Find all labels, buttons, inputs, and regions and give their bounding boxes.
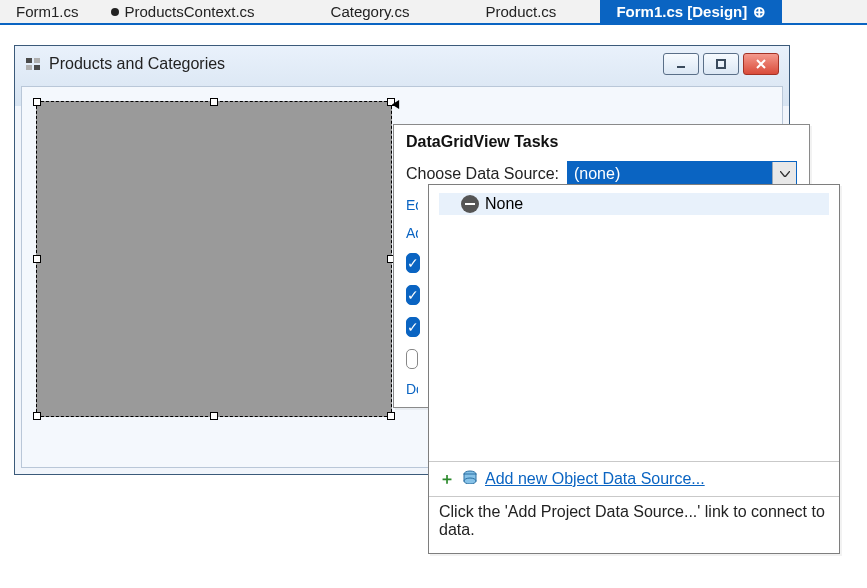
svg-rect-2 (26, 65, 32, 70)
tab-form1-cs[interactable]: Form1.cs (0, 0, 95, 23)
svg-rect-4 (677, 66, 685, 68)
window-buttons (663, 53, 779, 75)
dirty-indicator-icon (111, 8, 119, 16)
svg-rect-0 (26, 58, 32, 63)
datagridview-control[interactable] (36, 101, 392, 417)
editor-tab-bar: Form1.cs ProductsContext.cs Category.cs … (0, 0, 867, 25)
form-title: Products and Categories (49, 55, 655, 73)
pin-icon: ⊕ (753, 3, 766, 21)
plus-icon: ＋ (439, 471, 455, 487)
datasource-dropdown-popup: None ＋ Add new Object Data Source... Cli… (428, 184, 840, 554)
tasks-panel-header: DataGridView Tasks (394, 125, 809, 157)
minimize-button[interactable] (663, 53, 699, 75)
add-column-link[interactable]: Add Column... (406, 225, 418, 241)
datasource-tree[interactable]: None (429, 185, 839, 461)
enable-adding-checkbox[interactable] (406, 253, 420, 273)
svg-rect-5 (717, 60, 725, 68)
enable-editing-checkbox[interactable] (406, 285, 420, 305)
chevron-down-icon (772, 162, 796, 186)
tab-label: Form1.cs [Design] (616, 3, 747, 20)
tab-category-cs[interactable]: Category.cs (315, 0, 426, 23)
svg-rect-3 (34, 65, 40, 70)
dock-link[interactable]: Dock in Parent Container (406, 381, 418, 397)
close-button[interactable] (743, 53, 779, 75)
tab-productscontext-cs[interactable]: ProductsContext.cs (95, 0, 271, 23)
resize-handle-bm[interactable] (210, 412, 218, 420)
maximize-button[interactable] (703, 53, 739, 75)
resize-handle-tm[interactable] (210, 98, 218, 106)
tab-label: Category.cs (331, 3, 410, 20)
enable-reorder-checkbox[interactable] (406, 349, 418, 369)
form-titlebar: Products and Categories (15, 46, 789, 82)
db-icon (463, 470, 477, 488)
tab-form1-design[interactable]: Form1.cs [Design] ⊕ (600, 0, 782, 23)
edit-columns-link[interactable]: Edit Columns... (406, 197, 418, 213)
add-object-datasource-row[interactable]: ＋ Add new Object Data Source... (429, 462, 839, 496)
datasource-none-label: None (485, 195, 523, 213)
datasource-selected-value: (none) (568, 165, 772, 183)
svg-rect-1 (34, 58, 40, 63)
tab-label: Product.cs (486, 3, 557, 20)
resize-handle-br[interactable] (387, 412, 395, 420)
enable-deleting-checkbox[interactable] (406, 317, 420, 337)
resize-handle-ml[interactable] (33, 255, 41, 263)
tab-label: ProductsContext.cs (125, 3, 255, 20)
resize-handle-tl[interactable] (33, 98, 41, 106)
resize-handle-bl[interactable] (33, 412, 41, 420)
datasource-hint-text: Click the 'Add Project Data Source...' l… (429, 497, 839, 553)
designer-surface[interactable]: Products and Categories (0, 25, 867, 588)
none-icon (461, 195, 479, 213)
choose-datasource-label: Choose Data Source: (406, 165, 559, 183)
svg-rect-6 (465, 203, 475, 205)
tab-product-cs[interactable]: Product.cs (470, 0, 573, 23)
svg-point-9 (464, 478, 476, 484)
form-icon (25, 56, 41, 72)
datasource-none-item[interactable]: None (439, 193, 829, 215)
tab-label: Form1.cs (16, 3, 79, 20)
add-object-datasource-link[interactable]: Add new Object Data Source... (485, 470, 705, 488)
